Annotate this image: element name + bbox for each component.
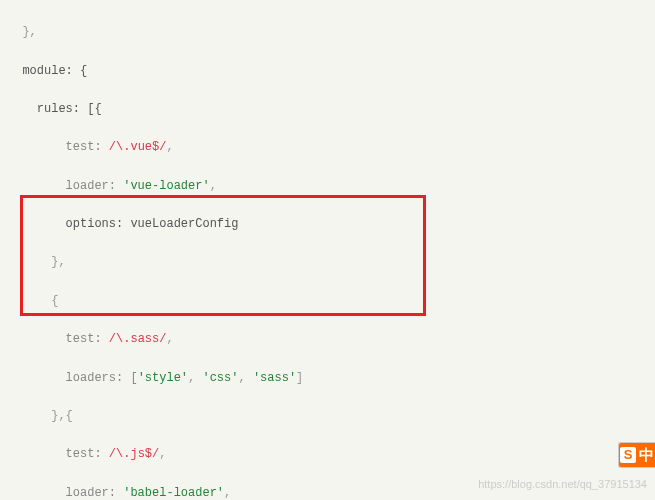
- csdn-badge[interactable]: S中: [618, 442, 655, 468]
- watermark-text: https://blog.csdn.net/qq_37915134: [478, 476, 647, 494]
- code-line: },: [8, 253, 647, 272]
- code-line: {: [8, 292, 647, 311]
- code-line: test: /\.js$/,: [8, 445, 647, 464]
- code-line: loaders: ['style', 'css', 'sass']: [8, 369, 647, 388]
- code-line: rules: [{: [8, 100, 647, 119]
- code-line: test: /\.sass/,: [8, 330, 647, 349]
- code-line: },: [8, 23, 647, 42]
- code-line: test: /\.vue$/,: [8, 138, 647, 157]
- code-line: loader: 'vue-loader',: [8, 177, 647, 196]
- code-line: options: vueLoaderConfig: [8, 215, 647, 234]
- code-line: module: {: [8, 62, 647, 81]
- code-block: }, module: { rules: [{ test: /\.vue$/, l…: [0, 0, 655, 500]
- code-line: },{: [8, 407, 647, 426]
